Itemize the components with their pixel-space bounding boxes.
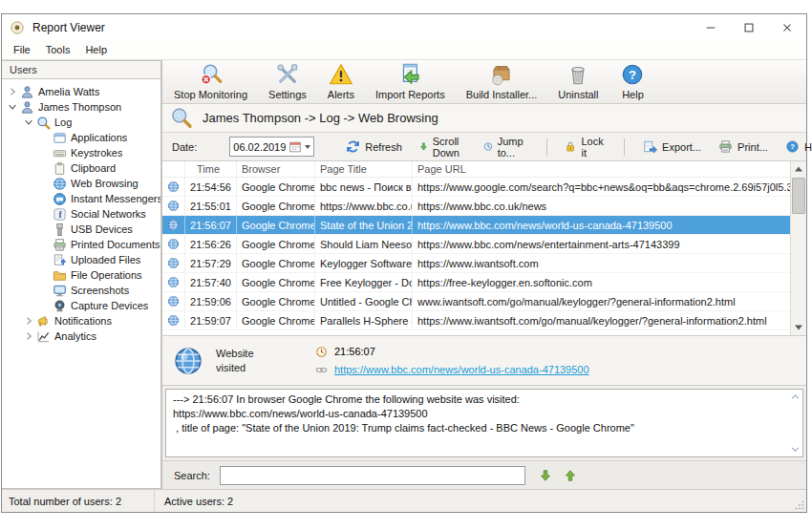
chevron-down-icon[interactable]: [23, 117, 34, 128]
tree-item-amelia-watts[interactable]: Amelia Watts: [2, 84, 160, 99]
tree-item-log[interactable]: Log: [2, 115, 160, 130]
cell-page-url: https://free-keylogger.en.softonic.com: [413, 273, 790, 291]
date-input[interactable]: [233, 141, 288, 153]
tree-item-clipboard[interactable]: Clipboard: [2, 160, 160, 176]
expander-spacer: [39, 223, 51, 235]
social-networks-icon: f: [53, 207, 67, 222]
clock-icon: [315, 346, 328, 358]
menu-file[interactable]: File: [6, 42, 38, 57]
chevron-right-icon[interactable]: [23, 315, 34, 327]
cell-page-title: Parallels H-Sphere - Googl...: [315, 311, 413, 329]
search-input[interactable]: [220, 466, 525, 485]
tree-item-applications[interactable]: Applications: [2, 130, 160, 145]
tree-item-usb-devices[interactable]: USB Devices: [2, 222, 160, 237]
chevron-right-icon[interactable]: [7, 86, 18, 97]
table-row[interactable]: 21:54:56Google Chromebbc news - Поиск в …: [162, 178, 790, 197]
column-page-url[interactable]: Page URL: [413, 161, 790, 177]
tree-item-analytics[interactable]: Analytics: [2, 329, 160, 344]
refresh-button[interactable]: Refresh: [337, 137, 411, 158]
tree-item-printed-documents[interactable]: Printed Documents: [2, 237, 160, 252]
print-button[interactable]: Print...: [710, 137, 777, 158]
tree-item-screenshots[interactable]: Screenshots: [2, 283, 160, 298]
export-button[interactable]: Export...: [634, 137, 710, 158]
menu-tools[interactable]: Tools: [38, 42, 78, 57]
tree-item-label: Printed Documents: [71, 239, 160, 250]
tree-item-label: Notifications: [54, 315, 112, 327]
keystrokes-icon: [53, 146, 67, 160]
tree-item-file-operations[interactable]: File Operations: [2, 267, 160, 283]
jump-to-icon: [483, 139, 493, 154]
tree-item-instant-messengers[interactable]: Instant Messengers: [2, 191, 160, 206]
cell-page-url: https://www.bbc.com/news/world-us-canada…: [413, 216, 790, 234]
cell-page-title: https://www.bbc.co.uk/ne...: [315, 197, 413, 215]
table-row[interactable]: 21:55:01Google Chromehttps://www.bbc.co.…: [162, 197, 790, 216]
jump-to-button[interactable]: Jump to...: [475, 137, 537, 158]
instant-messengers-icon: [53, 192, 67, 206]
tree-item-keystrokes[interactable]: Keystrokes: [2, 145, 160, 160]
table-row[interactable]: 21:59:06Google ChromeUntitled - Google C…: [162, 292, 790, 311]
title-bar: Report Viewer: [2, 14, 806, 40]
chevron-right-icon[interactable]: [23, 330, 34, 342]
cell-page-url: https://www.google.com/search?q=bbc+news…: [413, 178, 790, 196]
import-reports-button[interactable]: Import Reports: [375, 62, 445, 100]
stop-monitoring-icon: [198, 62, 224, 87]
chevron-down-icon[interactable]: [7, 101, 18, 113]
table-row[interactable]: 21:56:26Google ChromeShould Liam Neeson …: [162, 235, 790, 254]
tree-item-uploaded-files[interactable]: Uploaded Files: [2, 252, 160, 267]
chevron-down-icon[interactable]: [789, 443, 801, 456]
printed-documents-icon: [53, 238, 67, 252]
resize-grip[interactable]: [792, 498, 805, 511]
tree-item-social-networks[interactable]: fSocial Networks: [2, 206, 160, 222]
stop-monitoring-button[interactable]: Stop Monitoring: [174, 62, 247, 100]
action-label: Refresh: [365, 141, 402, 153]
tree-item-james-thompson[interactable]: James Thompson: [2, 99, 160, 115]
help-button[interactable]: ?Help: [777, 137, 812, 158]
tree-item-notifications[interactable]: Notifications: [2, 313, 160, 329]
scrollbar-thumb[interactable]: [792, 178, 805, 214]
close-button[interactable]: [768, 14, 806, 40]
expander-spacer: [39, 285, 51, 296]
minimize-button[interactable]: [692, 14, 730, 40]
build-installer-icon: [488, 62, 515, 87]
column-time[interactable]: Time: [185, 161, 237, 177]
tree-item-label: Capture Devices: [71, 300, 148, 311]
event-type-label: Website visited: [216, 347, 275, 374]
build-installer-button[interactable]: Build Installer...: [466, 62, 538, 100]
cell-browser: Google Chrome: [237, 273, 315, 291]
column-page-title[interactable]: Page Title: [315, 161, 413, 177]
chevron-up-icon[interactable]: [789, 391, 801, 403]
scroll-down-arrow-icon[interactable]: [791, 320, 806, 335]
table-row[interactable]: 21:57:40Google ChromeFree Keylogger - Do…: [162, 273, 790, 292]
column-browser[interactable]: Browser: [237, 161, 315, 177]
log-detail-text[interactable]: ---> 21:56:07 In browser Google Chrome t…: [165, 389, 803, 457]
scroll-down-button[interactable]: Scroll Down: [411, 137, 475, 158]
search-next-icon[interactable]: [539, 469, 552, 482]
icon-column-header: [162, 161, 185, 177]
maximize-button[interactable]: [730, 14, 768, 40]
tree-item-capture-devices[interactable]: Capture Devices: [2, 298, 160, 313]
alerts-button[interactable]: Alerts: [328, 62, 354, 100]
help-button[interactable]: ?Help: [619, 62, 646, 100]
settings-button[interactable]: Settings: [268, 62, 307, 100]
scroll-up-icon[interactable]: [791, 161, 806, 177]
breadcrumb-bar: James Thompson -> Log -> Web Browsing: [162, 104, 806, 133]
table-row[interactable]: 21:56:07Google ChromeState of the Union …: [162, 216, 790, 235]
table-row[interactable]: 21:57:29Google ChromeKeylogger Software …: [162, 254, 790, 273]
tree-item-web-browsing[interactable]: Web Browsing: [2, 176, 160, 191]
menu-help[interactable]: Help: [77, 42, 115, 57]
date-picker[interactable]: [229, 137, 314, 157]
search-prev-icon[interactable]: [564, 469, 577, 482]
lock-it-button[interactable]: Lock it: [556, 137, 614, 158]
cell-page-title: Free Keylogger - Downloa...: [315, 273, 413, 291]
vertical-scrollbar[interactable]: [790, 161, 806, 335]
uninstall-button[interactable]: Uninstall: [558, 62, 598, 100]
table-row[interactable]: 21:59:07Google ChromeParallels H-Sphere …: [162, 311, 790, 330]
tree-item-label: Web Browsing: [71, 178, 139, 189]
visited-url-link[interactable]: https://www.bbc.com/news/world-us-canada…: [334, 364, 589, 375]
date-toolbar: Date: RefreshScroll DownJump to...Lock i…: [162, 133, 806, 161]
expander-spacer: [39, 147, 51, 159]
globe-icon: [167, 295, 180, 307]
active-users-status: Active users: 2: [155, 496, 806, 507]
action-label: Print...: [737, 141, 768, 153]
cell-time: 21:57:29: [185, 254, 237, 272]
